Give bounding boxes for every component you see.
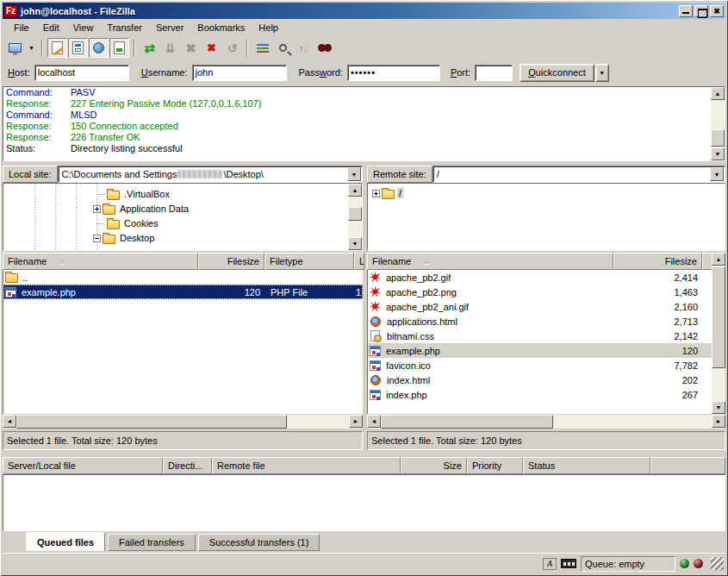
file-row[interactable]: index.html 202	[368, 373, 712, 387]
quickconnect-dropdown[interactable]: ▼	[595, 64, 609, 82]
scrollbar-thumb[interactable]	[712, 266, 725, 368]
scroll-up-icon[interactable]: ▲	[712, 253, 725, 266]
process-queue-button[interactable]: ⇊	[160, 38, 180, 58]
tree-item-application-data[interactable]: Application Data	[93, 202, 190, 216]
expand-plus-icon[interactable]	[372, 190, 380, 197]
column-header-filesize[interactable]: Filesize	[613, 253, 702, 270]
scroll-up-icon[interactable]: ▲	[348, 184, 362, 197]
tree-item-virtualbox[interactable]: .VirtualBox	[96, 187, 171, 201]
column-header-filetype[interactable]: Filetype	[264, 253, 354, 270]
local-tree-scrollbar[interactable]: ▲ ▼	[348, 184, 362, 250]
combo-dropdown-icon[interactable]: ▼	[347, 167, 361, 181]
file-row[interactable]: applications.html 2,713	[368, 314, 712, 329]
scroll-down-icon[interactable]: ▼	[348, 237, 362, 250]
tab-successful-transfers[interactable]: Successful transfers (1)	[198, 534, 320, 551]
combo-dropdown-icon[interactable]: ▼	[710, 167, 724, 181]
scroll-right-icon[interactable]: ►	[349, 415, 363, 428]
quickconnect-button[interactable]: Quickconnect	[520, 64, 594, 82]
resize-grip[interactable]	[711, 557, 724, 570]
column-header-server-local-file[interactable]: Server/Local file	[3, 457, 163, 474]
toggle-message-log-button[interactable]	[47, 38, 67, 58]
scroll-down-icon[interactable]: ▼	[711, 147, 725, 160]
tab-failed-transfers[interactable]: Failed transfers	[108, 534, 196, 551]
scrollbar-thumb[interactable]	[381, 415, 553, 429]
column-header-remote-file[interactable]: Remote file	[212, 457, 401, 474]
queue-list[interactable]	[3, 474, 725, 531]
host-input[interactable]: localhost	[34, 65, 129, 81]
username-input[interactable]: john	[192, 65, 287, 81]
column-header-direction[interactable]: Directi...	[163, 457, 212, 474]
file-row-example-php[interactable]: example.php 120 PHP File 1	[3, 285, 363, 299]
port-input[interactable]	[475, 65, 513, 81]
scrollbar-thumb[interactable]	[16, 415, 287, 429]
title-bar[interactable]: Fz john@localhost - FileZilla ✖	[3, 3, 725, 19]
file-row[interactable]: index.php 267	[368, 387, 712, 402]
collapse-minus-icon[interactable]	[93, 235, 101, 242]
scroll-left-icon[interactable]: ◄	[3, 415, 16, 428]
redacted-username	[177, 170, 222, 178]
menu-transfer[interactable]: Transfer	[100, 21, 149, 34]
scrollbar-thumb[interactable]	[348, 207, 362, 221]
menu-edit[interactable]: Edit	[36, 21, 66, 34]
tree-item-root[interactable]: /	[372, 186, 403, 200]
scroll-up-icon[interactable]: ▲	[711, 87, 725, 100]
speed-limit-icon[interactable]	[561, 559, 576, 568]
scrollbar-thumb[interactable]	[711, 129, 725, 147]
menu-bookmarks[interactable]: Bookmarks	[190, 21, 252, 34]
filter-button[interactable]	[252, 38, 272, 58]
close-button[interactable]: ✖	[710, 5, 724, 17]
file-row[interactable]: bitnami.css 2,142	[368, 329, 712, 343]
log-line: Command:PASV	[3, 87, 725, 98]
local-list-hscrollbar[interactable]: ◄ ►	[3, 415, 363, 429]
column-header-filename[interactable]: Filename	[367, 253, 613, 270]
tree-item-desktop[interactable]: Desktop	[93, 231, 156, 245]
maximize-button[interactable]	[694, 5, 708, 17]
scroll-right-icon[interactable]: ►	[712, 415, 725, 428]
file-row[interactable]: apache_pb2.gif 2,414	[368, 270, 712, 285]
tab-queued-files[interactable]: Queued files	[26, 532, 105, 551]
log-scrollbar[interactable]: ▲ ▼	[711, 87, 725, 160]
transfer-type-icon[interactable]: A	[543, 558, 557, 570]
remote-list-hscrollbar[interactable]: ◄ ►	[367, 415, 725, 429]
site-manager-dropdown[interactable]: ▼	[26, 39, 37, 57]
tree-connector	[96, 194, 105, 195]
scroll-down-icon[interactable]: ▼	[712, 401, 725, 414]
compare-directories-button[interactable]	[273, 38, 293, 58]
toggle-local-tree-button[interactable]	[68, 38, 88, 58]
menu-file[interactable]: File	[7, 21, 36, 34]
scroll-left-icon[interactable]: ◄	[367, 415, 381, 428]
minimize-button[interactable]	[679, 5, 693, 17]
file-row-selected[interactable]: example.php 120	[368, 343, 712, 358]
local-site-combo[interactable]: C:\Documents and Settings\Desktop\ ▼	[58, 166, 363, 183]
menu-help[interactable]: Help	[252, 21, 285, 34]
file-row[interactable]: apache_pb2_ani.gif 2,160	[368, 299, 712, 314]
tree-item-cookies[interactable]: Cookies	[96, 216, 160, 230]
column-header-lastmodified[interactable]: L	[354, 253, 364, 270]
cancel-icon: ✖	[186, 41, 196, 55]
search-files-button[interactable]	[314, 38, 334, 58]
column-header-filename[interactable]: Filename	[3, 253, 198, 270]
remote-site-combo[interactable]: / ▼	[432, 166, 725, 183]
file-row[interactable]: favicon.ico 7,782	[368, 358, 712, 373]
file-row-parent-dir[interactable]: ..	[3, 270, 363, 285]
menu-view[interactable]: View	[66, 21, 101, 34]
toggle-remote-tree-button[interactable]	[89, 38, 109, 58]
site-manager-icon	[9, 43, 22, 53]
refresh-button[interactable]: ⇄	[140, 38, 159, 58]
toggle-queue-button[interactable]	[109, 38, 129, 58]
disconnect-button[interactable]: ✖	[202, 38, 221, 58]
sync-icon: ↑↓	[299, 43, 308, 53]
password-input[interactable]: ••••••	[347, 65, 440, 81]
cancel-operation-button[interactable]: ✖	[181, 38, 201, 58]
column-header-status[interactable]: Status	[523, 457, 650, 474]
synchronized-browsing-button[interactable]: ↑↓	[294, 38, 314, 58]
reconnect-button[interactable]: ↺	[222, 38, 242, 58]
site-manager-button[interactable]	[5, 38, 25, 58]
column-header-size[interactable]: Size	[401, 457, 467, 474]
column-header-filesize[interactable]: Filesize	[198, 253, 264, 270]
column-header-priority[interactable]: Priority	[467, 457, 523, 474]
menu-server[interactable]: Server	[149, 21, 190, 34]
remote-list-scrollbar[interactable]: ▲ ▼	[712, 253, 725, 414]
file-row[interactable]: apache_pb2.png 1,463	[368, 285, 712, 299]
expand-plus-icon[interactable]	[93, 205, 101, 213]
